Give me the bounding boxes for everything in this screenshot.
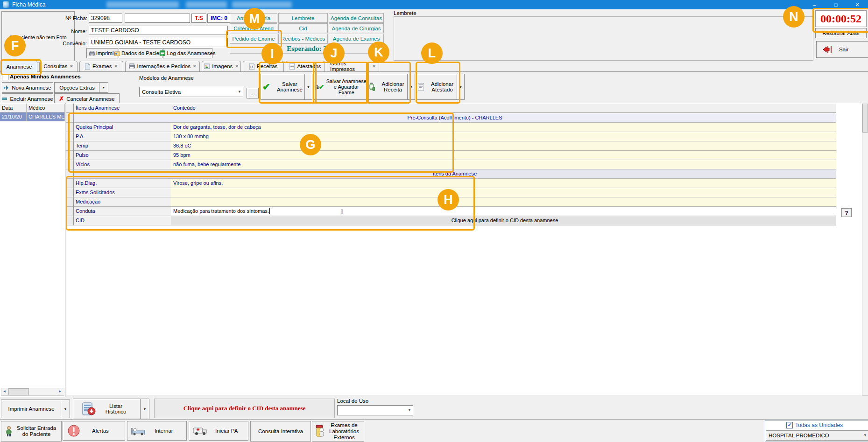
hospital-bed-icon: [131, 426, 145, 435]
annotation-circle-g: G: [300, 134, 321, 155]
imprimir-anamnese-button[interactable]: Imprimir Anamnese: [1, 400, 62, 418]
internar-button[interactable]: Internar: [127, 421, 187, 441]
lembrete-panel[interactable]: [394, 16, 813, 61]
nova-anamnese-button[interactable]: Nova Anamnese: [2, 82, 53, 93]
alertas-button[interactable]: Alertas: [63, 421, 125, 441]
annotation-circle-k: K: [368, 42, 389, 63]
exames-lab-externos-button[interactable]: Exames de Laboratórios Externos: [312, 421, 364, 442]
window-title: Ficha Médica: [12, 1, 45, 8]
tab-internacoes-pedidos[interactable]: Internações e Pedidos✕: [125, 61, 200, 71]
chevron-down-icon: ▼: [238, 87, 241, 97]
solicitar-entrada-button[interactable]: Solicitar Entrada do Paciente: [1, 421, 62, 442]
ficha-input[interactable]: 329098: [89, 14, 122, 23]
local-de-uso-label: Local de Uso: [337, 398, 368, 404]
tab-exames[interactable]: Exames✕: [79, 61, 123, 71]
recibos-medicos-button[interactable]: Recibos - Médicos: [278, 34, 328, 43]
annotation-rect-j: [313, 62, 369, 104]
listar-historico-button[interactable]: Listar Histórico: [73, 399, 141, 419]
grid-col-conteudo[interactable]: Conteúdo: [171, 104, 836, 113]
app-icon: [3, 1, 9, 8]
anamneses-list-panel: [0, 103, 65, 397]
redacted-text-blur: [106, 1, 179, 8]
ficha-label: Nº Ficha:: [65, 15, 87, 21]
log-icon: [160, 50, 165, 56]
ficha-medica-window: Ficha Médica – □ ✕ O Paciente não tem Fo…: [0, 0, 868, 442]
sair-button[interactable]: Sair: [816, 41, 868, 58]
exit-icon: [823, 46, 832, 53]
iniciar-pa-button[interactable]: Iniciar PA: [189, 421, 248, 441]
vscrollbar-thumb[interactable]: [862, 104, 868, 133]
convenio-label: Convênio:: [63, 41, 87, 46]
agenda-consultas-button[interactable]: Agenda de Consultas: [329, 13, 384, 23]
printer-icon: [129, 63, 135, 69]
annotation-circle-l: L: [421, 42, 443, 64]
annotation-circle-j: J: [323, 42, 345, 64]
imprimir-button[interactable]: Imprimir: [86, 48, 118, 58]
new-arrows-icon: [4, 85, 9, 90]
prescription-icon: R: [249, 63, 254, 70]
consulta-interativa-button[interactable]: Consulta Interativa: [250, 421, 311, 442]
document-icon: [85, 63, 90, 70]
printer-icon: [89, 51, 95, 56]
redacted-text-blur: [186, 1, 227, 8]
tab-consultas[interactable]: Consultas✕: [39, 61, 78, 71]
tab-close-icon[interactable]: ✕: [70, 64, 73, 69]
remove-icon: [2, 98, 7, 100]
tab-close-icon[interactable]: ✕: [114, 64, 118, 69]
image-icon: [204, 63, 210, 69]
patient-card-icon: [114, 51, 120, 56]
tab-close-icon[interactable]: ✕: [193, 64, 197, 69]
lembrete-panel-label: Lembrete: [394, 10, 416, 16]
svg-text:R: R: [250, 65, 253, 69]
annotation-rect-f: [0, 59, 42, 75]
chevron-down-icon: ▼: [408, 406, 411, 415]
help-button[interactable]: ?: [841, 208, 852, 217]
scroll-left-icon[interactable]: ◄: [1, 388, 7, 395]
annotation-circle-n: N: [783, 6, 804, 28]
lembrete-button[interactable]: Lembrete: [278, 13, 328, 23]
anamnese-row-date[interactable]: 21/10/20: [0, 112, 27, 121]
specimen-jar-icon: [315, 425, 325, 437]
ficha-secondary-input[interactable]: [125, 14, 190, 23]
col-header-medico[interactable]: Médico: [27, 104, 65, 112]
anamnese-row-medico[interactable]: CHARLLES MEDICO: [27, 112, 65, 121]
convenio-input[interactable]: UNIMED GOIANIA - TESTE CARDOSO: [89, 38, 228, 47]
annotation-rect-k: [366, 62, 411, 104]
cid-button[interactable]: Cid: [278, 23, 328, 33]
local-de-uso-combo[interactable]: ▼: [337, 405, 413, 415]
col-header-data[interactable]: Data: [0, 104, 27, 112]
grid-header: Ítens da Anamnese Conteúdo: [66, 104, 836, 113]
nome-input[interactable]: TESTE CARDOSO: [89, 26, 228, 35]
unidade-combo[interactable]: HOSPITAL PROMEDICO▼: [766, 430, 868, 441]
log-anamneses-button[interactable]: Log das Anamneses: [163, 48, 212, 58]
dados-paciente-button[interactable]: Dados do Paciente: [119, 48, 162, 58]
annotation-circle-i: I: [261, 43, 283, 64]
imprimir-anamnese-dropdown[interactable]: ▼: [61, 400, 70, 418]
history-report-icon: [82, 402, 96, 416]
annotation-rect-g: [68, 112, 454, 173]
tab-imagens[interactable]: Imagens✕: [202, 61, 241, 71]
grid-col-itens[interactable]: Ítens da Anamnese: [74, 104, 173, 113]
agenda-cirurgias-button[interactable]: Agenda de Cirurgias: [329, 23, 384, 33]
modelos-label: Modelos de Anamnese: [139, 75, 194, 81]
annotation-rect-h: [66, 176, 475, 231]
modelo-anamnese-combo[interactable]: Consulta Eletiva▼: [139, 87, 243, 97]
opcoes-extras-dropdown[interactable]: ▼: [99, 82, 108, 93]
imc-badge[interactable]: IMC: 0: [207, 14, 231, 23]
opcoes-extras-button[interactable]: Opções Extras: [54, 82, 100, 93]
grid-vscrollbar[interactable]: [862, 103, 868, 396]
tab-close-icon[interactable]: ✕: [235, 64, 239, 69]
annotation-circle-m: M: [244, 8, 265, 29]
todas-unidades-checkbox[interactable]: ✔: [786, 422, 793, 428]
annotation-circle-h: H: [438, 189, 459, 210]
redacted-text-blur: [232, 1, 292, 8]
hscrollbar-thumb[interactable]: [8, 388, 29, 395]
cancel-x-icon: ✗: [59, 95, 64, 102]
listar-historico-dropdown[interactable]: ▼: [140, 399, 149, 419]
nome-label: Nome:: [65, 28, 87, 34]
titlebar: Ficha Médica – □ ✕: [0, 0, 868, 9]
cid-banner[interactable]: Clique aqui para definir o CID desta ana…: [154, 399, 335, 418]
modelo-browse-button[interactable]: ...: [247, 88, 259, 98]
ts-badge[interactable]: T.S: [191, 14, 206, 23]
scroll-right-icon[interactable]: ►: [57, 388, 63, 395]
